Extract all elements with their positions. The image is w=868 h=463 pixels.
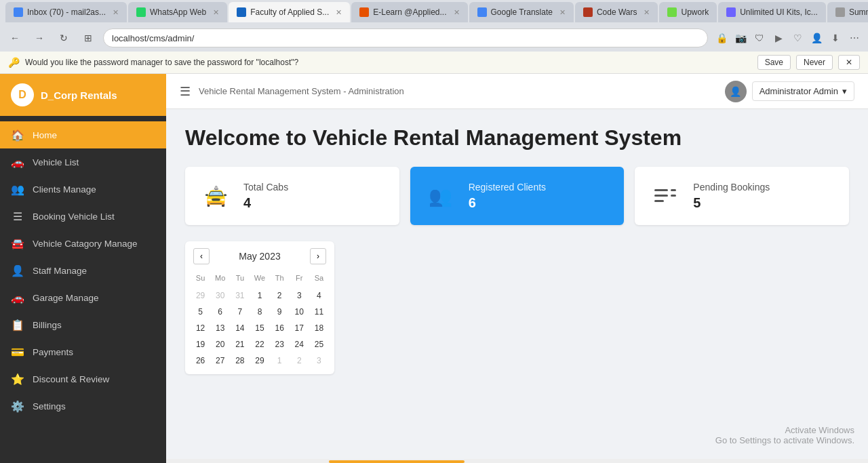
sidebar-item-booking[interactable]: ☰ Booking Vehicle List: [0, 203, 166, 230]
cal-day-we: We: [250, 271, 269, 285]
menu-button[interactable]: ⋯: [846, 30, 863, 46]
sidebar-item-home[interactable]: 🏠 Home: [0, 121, 166, 148]
close-password-bar-button[interactable]: ✕: [838, 55, 860, 70]
refresh-button[interactable]: ↻: [54, 28, 73, 47]
download-button[interactable]: ⬇: [827, 30, 844, 46]
cal-day-7[interactable]: 7: [230, 304, 250, 320]
sidebar-item-payments[interactable]: 💳 Payments: [0, 338, 166, 365]
cal-day-2-next[interactable]: 2: [290, 353, 309, 369]
tab-codewars[interactable]: Code Wars ✕: [575, 2, 658, 22]
cal-day-11[interactable]: 11: [309, 304, 329, 320]
cal-day-1-next[interactable]: 1: [270, 353, 290, 369]
tab-close-whatsapp[interactable]: ✕: [213, 8, 219, 17]
address-bar[interactable]: localhost/cms/admin/: [103, 28, 708, 47]
tab-close-elearn[interactable]: ✕: [454, 8, 460, 17]
main-content: Welcome to Vehicle Rental Management Sys…: [166, 109, 868, 459]
cal-day-9[interactable]: 9: [270, 304, 290, 320]
sidebar-item-label-clients: Clients Manage: [33, 184, 96, 195]
clients-label: Registered Clients: [469, 182, 546, 193]
shield-button[interactable]: 🛡: [751, 30, 768, 46]
never-save-button[interactable]: Never: [796, 55, 833, 70]
cal-day-30-prev[interactable]: 30: [210, 287, 230, 304]
cal-day-22[interactable]: 22: [250, 336, 269, 353]
sidebar-item-label-home: Home: [33, 130, 57, 140]
address-text: localhost/cms/admin/: [112, 33, 194, 43]
sidebar-item-billings[interactable]: 📋 Billings: [0, 311, 166, 338]
tab-favicon-whatsapp: [136, 7, 146, 17]
tab-upwork[interactable]: Upwork: [659, 2, 717, 22]
tab-label-translate: Google Translate: [491, 7, 553, 17]
cal-day-17[interactable]: 17: [290, 320, 309, 336]
cal-day-24[interactable]: 24: [290, 336, 309, 353]
cal-day-29-prev[interactable]: 29: [191, 287, 210, 304]
cal-day-23[interactable]: 23: [270, 336, 290, 353]
sidebar-item-discount[interactable]: ⭐ Discount & Review: [0, 365, 166, 392]
back-button[interactable]: ←: [5, 28, 24, 47]
cal-day-3[interactable]: 3: [290, 287, 309, 304]
heart-button[interactable]: ♡: [789, 30, 806, 46]
clients-info: Registered Clients 6: [469, 182, 546, 211]
tab-mail[interactable]: Inbox (70) - mail2as... ✕: [5, 2, 127, 22]
cal-day-10[interactable]: 10: [290, 304, 309, 320]
cal-day-fr: Fr: [290, 271, 309, 285]
sidebar-item-settings[interactable]: ⚙️ Settings: [0, 392, 166, 420]
cal-day-29[interactable]: 29: [250, 353, 269, 369]
cal-day-th: Th: [270, 271, 290, 285]
tab-elearn[interactable]: E-Learn @Applied... ✕: [351, 2, 467, 22]
cal-day-1[interactable]: 1: [250, 287, 269, 304]
sidebar-item-vehicle-list[interactable]: 🚗 Vehicle List: [0, 148, 166, 176]
sidebar-item-clients[interactable]: 👥 Clients Manage: [0, 176, 166, 203]
tab-label-faculty: Faculty of Applied S...: [250, 7, 329, 17]
sidebar-item-staff[interactable]: 👤 Staff Manage: [0, 257, 166, 284]
sidebar-item-label-category: Vehicle Catagory Manage: [33, 239, 138, 249]
grid-button[interactable]: ⊞: [79, 28, 98, 47]
cal-day-31-prev[interactable]: 31: [230, 287, 250, 304]
tab-close-codewars[interactable]: ✕: [644, 8, 650, 17]
cal-day-15[interactable]: 15: [250, 320, 269, 336]
cal-day-19[interactable]: 19: [191, 336, 210, 353]
activate-windows-line2: Go to Settings to activate Windows.: [715, 435, 854, 445]
cal-day-13[interactable]: 13: [210, 320, 230, 336]
tab-close-faculty[interactable]: ✕: [336, 8, 342, 17]
calendar-next-button[interactable]: ›: [310, 248, 326, 264]
cal-day-4[interactable]: 4: [309, 287, 329, 304]
cal-day-27[interactable]: 27: [210, 353, 230, 369]
cal-day-5[interactable]: 5: [191, 304, 210, 320]
cal-day-18[interactable]: 18: [309, 320, 329, 336]
camera-button[interactable]: 📷: [732, 30, 749, 46]
extensions-button[interactable]: 🔒: [713, 30, 730, 46]
tab-favicon-ui-kits: [726, 7, 736, 17]
cal-day-6[interactable]: 6: [210, 304, 230, 320]
play-button[interactable]: ▶: [770, 30, 787, 46]
cal-day-14[interactable]: 14: [230, 320, 250, 336]
tab-whatsapp[interactable]: WhatsApp Web ✕: [128, 2, 227, 22]
sidebar-item-label-staff: Staff Manage: [33, 266, 87, 276]
tab-ui-kits[interactable]: Unlimited UI Kits, Ic...: [718, 2, 826, 22]
cal-day-16[interactable]: 16: [270, 320, 290, 336]
cal-day-2[interactable]: 2: [270, 287, 290, 304]
tab-translate[interactable]: Google Translate ✕: [469, 2, 574, 22]
hamburger-icon[interactable]: ☰: [180, 84, 191, 99]
admin-dropdown-button[interactable]: Administrator Admin ▾: [752, 81, 854, 101]
forward-button[interactable]: →: [30, 28, 49, 47]
profile-button[interactable]: 👤: [808, 30, 825, 46]
tab-summary[interactable]: Summary Fundame...: [827, 2, 868, 22]
sidebar-item-label-payments: Payments: [33, 347, 73, 357]
tab-close-mail[interactable]: ✕: [113, 8, 119, 17]
tab-faculty[interactable]: Faculty of Applied S... ✕: [229, 2, 350, 22]
cal-day-12[interactable]: 12: [191, 320, 210, 336]
cal-day-25[interactable]: 25: [309, 336, 329, 353]
cal-day-3-next[interactable]: 3: [309, 353, 329, 369]
admin-name-label: Administrator Admin: [760, 86, 838, 96]
cal-day-28[interactable]: 28: [230, 353, 250, 369]
cal-day-20[interactable]: 20: [210, 336, 230, 353]
cal-day-8[interactable]: 8: [250, 304, 269, 320]
sidebar-item-garage[interactable]: 🚗 Garage Manage: [0, 284, 166, 311]
cal-day-21[interactable]: 21: [230, 336, 250, 353]
sidebar-item-category[interactable]: 🚘 Vehicle Catagory Manage: [0, 230, 166, 257]
cal-day-26[interactable]: 26: [191, 353, 210, 369]
calendar-prev-button[interactable]: ‹: [193, 248, 210, 264]
tab-close-translate[interactable]: ✕: [559, 8, 566, 17]
save-password-button[interactable]: Save: [757, 55, 791, 70]
browser-chrome: Inbox (70) - mail2as... ✕ WhatsApp Web ✕…: [0, 0, 868, 74]
